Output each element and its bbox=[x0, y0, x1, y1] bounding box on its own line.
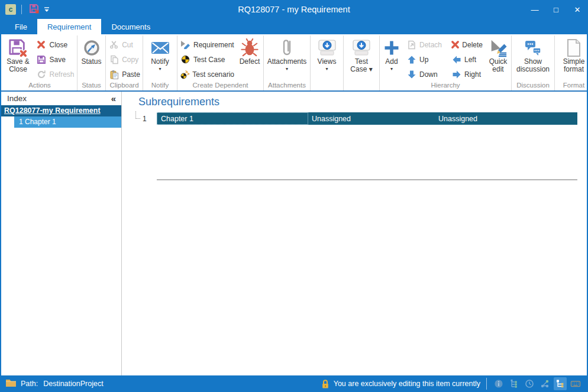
tree-view-icon[interactable] bbox=[554, 377, 567, 390]
close-label: Close bbox=[49, 41, 67, 49]
close-button[interactable]: Close bbox=[33, 37, 76, 52]
cut-label: Cut bbox=[122, 41, 133, 49]
status-bar: Path: DestinationProject You are exclusi… bbox=[0, 375, 588, 392]
maximize-button[interactable]: □ bbox=[545, 0, 567, 19]
save-icon bbox=[29, 4, 39, 16]
ribbon-tab-row: File Requirement Documents bbox=[0, 19, 588, 34]
actions-group-label: Actions bbox=[2, 82, 77, 90]
refresh-label: Refresh bbox=[49, 70, 74, 79]
index-item-chapter[interactable]: 1 Chapter 1 bbox=[14, 116, 121, 128]
associations-icon[interactable] bbox=[538, 377, 551, 390]
create-dependent-group-label: Create Dependent bbox=[177, 82, 263, 90]
close-window-button[interactable]: ✕ bbox=[567, 0, 588, 19]
quick-access-save-button[interactable] bbox=[27, 2, 40, 17]
index-panel: Index « RQ128077-my Requirement 1 Chapte… bbox=[1, 92, 122, 375]
move-left-label: Left bbox=[464, 56, 476, 64]
tree-connector-icon bbox=[135, 111, 140, 119]
ribbon-group-hierarchy: Add ▾ Detach bbox=[380, 35, 512, 90]
test-case-views-button[interactable]: Test Case ▾ bbox=[349, 35, 373, 73]
info-icon[interactable] bbox=[492, 377, 505, 390]
attachments-dropdown-caret: ▾ bbox=[286, 67, 288, 72]
test-case-circle-down-icon bbox=[351, 38, 371, 58]
delete-label: Delete bbox=[462, 41, 483, 49]
row-name-cell[interactable]: Chapter 1 bbox=[157, 112, 308, 125]
add-button[interactable]: Add ▾ bbox=[380, 35, 403, 72]
save-button[interactable]: Save bbox=[33, 52, 76, 67]
subrequirement-row[interactable]: 1 Chapter 1 Unassigned Unassigned bbox=[135, 112, 577, 125]
move-left-button[interactable]: Left bbox=[448, 52, 485, 67]
ribbon-group-attachments: Attachments ▾ Attachments bbox=[264, 35, 311, 90]
save-close-icon bbox=[8, 38, 27, 58]
move-right-button[interactable]: Right bbox=[448, 67, 485, 82]
detach-label: Detach bbox=[419, 41, 442, 49]
content-separator bbox=[157, 179, 577, 180]
test-case-ball-icon bbox=[180, 54, 191, 64]
notify-button[interactable]: Notify ▾ bbox=[150, 35, 171, 72]
quick-access-customize-icon[interactable] bbox=[40, 2, 53, 17]
notify-label: Notify bbox=[151, 58, 169, 66]
collapse-panel-icon[interactable]: « bbox=[111, 93, 116, 103]
tab-documents[interactable]: Documents bbox=[101, 19, 160, 34]
create-test-case-label: Test Case bbox=[193, 56, 225, 64]
test-case-group-label bbox=[344, 82, 379, 90]
simple-format-label: Simple format bbox=[563, 58, 585, 73]
move-up-button[interactable]: Up bbox=[403, 52, 448, 67]
window-controls: — □ ✕ bbox=[524, 0, 588, 19]
attachments-button[interactable]: Attachments ▾ bbox=[266, 35, 308, 72]
clipboard-group-label: Clipboard bbox=[106, 82, 143, 90]
tab-requirement[interactable]: Requirement bbox=[37, 19, 101, 34]
index-panel-title: Index bbox=[7, 94, 27, 103]
status-bar-divider bbox=[486, 378, 487, 390]
row-owner-cell[interactable]: Unassigned bbox=[308, 112, 435, 125]
lock-icon bbox=[321, 379, 329, 389]
index-panel-header: Index « bbox=[1, 92, 121, 105]
hierarchy-icon[interactable] bbox=[508, 377, 521, 390]
simple-format-button[interactable]: Simple format bbox=[562, 35, 586, 73]
paste-label: Paste bbox=[122, 70, 140, 79]
create-requirement-label: Requirement bbox=[193, 41, 234, 49]
add-label: Add bbox=[385, 58, 398, 66]
ribbon: Save & Close Close bbox=[1, 34, 587, 92]
app-icon[interactable]: c bbox=[5, 4, 16, 15]
paste-button[interactable]: Paste bbox=[106, 67, 143, 82]
index-item-requirement[interactable]: RQ128077-my Requirement bbox=[1, 105, 121, 116]
views-circle-down-icon bbox=[317, 38, 337, 58]
hierarchy-group-label: Hierarchy bbox=[380, 82, 511, 90]
delete-icon bbox=[451, 40, 460, 50]
views-label: Views bbox=[318, 58, 337, 66]
status-bar-right: You are exclusively editing this item cu… bbox=[321, 377, 583, 390]
quick-edit-button[interactable]: Quick edit bbox=[485, 35, 511, 73]
subrequirement-row-bar: Chapter 1 Unassigned Unassigned bbox=[157, 112, 577, 125]
views-button[interactable]: Views ▾ bbox=[316, 35, 338, 72]
arrow-up-icon bbox=[406, 54, 417, 64]
move-right-label: Right bbox=[464, 70, 481, 79]
delete-button[interactable]: Delete bbox=[448, 37, 485, 52]
arrow-left-icon bbox=[451, 54, 462, 64]
status-compass-icon bbox=[82, 38, 101, 58]
arrow-down-icon bbox=[406, 69, 417, 79]
row-release-cell[interactable]: Unassigned bbox=[435, 112, 577, 125]
copy-button[interactable]: Copy bbox=[106, 52, 143, 67]
move-down-button[interactable]: Down bbox=[403, 67, 448, 82]
show-discussion-button[interactable]: Show discussion bbox=[515, 35, 551, 73]
defect-button[interactable]: Defect bbox=[237, 35, 263, 66]
history-icon[interactable] bbox=[523, 377, 536, 390]
attachments-label: Attachments bbox=[267, 58, 307, 66]
detach-button[interactable]: Detach bbox=[403, 37, 448, 52]
create-test-case-button[interactable]: Test Case bbox=[177, 52, 237, 67]
save-close-button[interactable]: Save & Close bbox=[2, 35, 33, 73]
ribbon-group-format: Simple format Format bbox=[555, 35, 587, 90]
row-index: 1 bbox=[143, 115, 151, 123]
paperclip-icon bbox=[282, 38, 292, 58]
keyboard-icon[interactable] bbox=[569, 377, 582, 390]
cut-button[interactable]: Cut bbox=[106, 37, 143, 52]
create-requirement-button[interactable]: Requirement bbox=[177, 37, 237, 52]
views-group-label bbox=[311, 82, 343, 90]
minimize-button[interactable]: — bbox=[524, 0, 545, 19]
refresh-button[interactable]: Refresh bbox=[33, 67, 76, 82]
ribbon-group-test-case: Test Case ▾ bbox=[344, 35, 380, 90]
status-button[interactable]: Status bbox=[80, 35, 102, 66]
requirement-pencil-icon bbox=[180, 40, 191, 50]
create-test-scenario-button[interactable]: Test scenario bbox=[177, 67, 237, 82]
tab-file[interactable]: File bbox=[5, 19, 37, 34]
